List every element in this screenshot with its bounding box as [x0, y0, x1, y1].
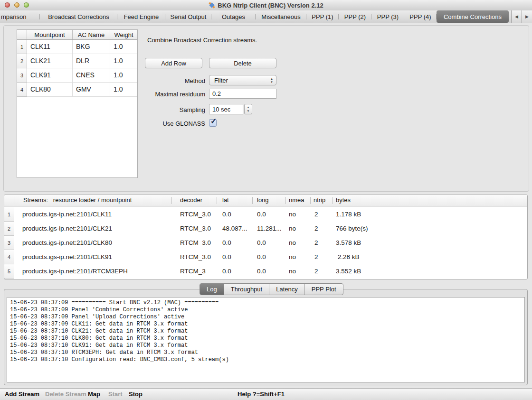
log-line: 15-06-23 08:37:09 CLK11: Get data in RTC… — [10, 321, 522, 328]
cell-ac-name[interactable]: BKG — [73, 40, 110, 54]
sampling-input[interactable]: 10 sec — [209, 104, 243, 114]
cell-long: 11.281... — [257, 222, 282, 236]
use-glonass-checkbox[interactable]: ✓ — [209, 119, 217, 127]
use-glonass-label: Use GLONASS — [119, 120, 205, 127]
col-header-nmea[interactable]: nmea — [289, 195, 304, 205]
cell-ac-name[interactable]: CNES — [73, 68, 110, 83]
row-number: 2 — [17, 54, 27, 68]
cell-bytes: 1.178 kB — [336, 207, 361, 222]
cell-bytes: 3.552 kB — [336, 264, 361, 279]
tab-ppp-4[interactable]: PPP (4) — [404, 10, 437, 23]
cell-weight[interactable]: 1.0 — [110, 40, 137, 54]
sampling-label: Sampling — [119, 106, 205, 113]
row-number: 3 — [17, 68, 27, 83]
tab-scroll-buttons: ◀ ▶ — [511, 10, 532, 23]
stream-row[interactable]: 4 products.igs-ip.net:2101/CLK91 RTCM_3.… — [4, 250, 527, 264]
cell-lat: 0.0 — [222, 250, 231, 264]
stream-row[interactable]: 2 products.igs-ip.net:2101/CLK21 RTCM_3.… — [4, 222, 527, 236]
sampling-stepper[interactable]: ▲ ▼ — [244, 104, 252, 114]
col-header-weight[interactable]: Weight — [110, 30, 137, 39]
cell-weight[interactable]: 1.0 — [110, 54, 137, 68]
tab-feed-engine[interactable]: Feed Engine — [117, 10, 165, 23]
cell-ntrip: 2 — [314, 236, 318, 250]
title-bar: BKG Ntrip Client (BNC) Version 2.12 — [0, 0, 532, 11]
checkmark-icon: ✓ — [210, 117, 217, 126]
tab-throughput[interactable]: Throughput — [224, 284, 269, 295]
cell-source: products.igs-ip.net:2101/CLK21 — [22, 222, 112, 236]
tab-miscellaneous[interactable]: Miscellaneous — [256, 10, 306, 23]
cell-mountpoint[interactable]: CLK21 — [27, 54, 73, 68]
row-number: 4 — [4, 250, 14, 264]
method-label: Method — [119, 77, 205, 84]
cell-nmea: no — [289, 236, 296, 250]
tab-combine-corrections[interactable]: Combine Corrections — [437, 10, 509, 23]
cell-nmea: no — [289, 207, 296, 222]
cell-decoder: RTCM_3.0 — [180, 250, 211, 264]
combination-table: Mountpoint AC Name Weight 1 CLK11 BKG 1.… — [17, 29, 138, 178]
delete-button[interactable]: Delete — [209, 58, 276, 68]
log-output[interactable]: 15-06-23 08:37:09 ========== Start BNC v… — [7, 297, 525, 382]
tab-log[interactable]: Log — [200, 284, 224, 295]
tab-scroll-right-icon[interactable]: ▶ — [522, 10, 532, 23]
tab-ppp-plot[interactable]: PPP Plot — [304, 284, 343, 295]
bottom-toolbar: Add Stream Delete Stream Map Start Stop … — [0, 388, 532, 400]
streams-table-header: Streams: resource loader / mountpoint de… — [4, 195, 527, 206]
cell-long: 0.0 — [257, 207, 266, 222]
col-header-bytes[interactable]: bytes — [336, 195, 351, 205]
stop-button[interactable]: Stop — [129, 389, 142, 400]
tab-latency[interactable]: Latency — [269, 284, 304, 295]
col-header-mountpoint[interactable]: Mountpoint — [27, 30, 73, 39]
zoom-button-icon[interactable] — [24, 2, 29, 8]
tab-outages[interactable]: Outages — [211, 10, 256, 23]
table-row[interactable]: 2 CLK21 DLR 1.0 — [17, 54, 137, 68]
cell-ac-name[interactable]: DLR — [73, 54, 110, 68]
cell-long: 0.0 — [257, 264, 266, 279]
cell-mountpoint[interactable]: CLK11 — [27, 40, 73, 54]
col-header-ac-name[interactable]: AC Name — [73, 30, 110, 39]
stepper-up-icon[interactable]: ▲ — [247, 106, 250, 109]
cell-decoder: RTCM_3.0 — [180, 236, 211, 250]
map-button[interactable]: Map — [88, 389, 100, 400]
maximal-residuum-input[interactable]: 0.2 — [209, 89, 276, 99]
cell-decoder: RTCM_3.0 — [180, 222, 211, 236]
tab-serial-output[interactable]: Serial Output — [165, 10, 211, 23]
tab-scroll-left-icon[interactable]: ◀ — [511, 10, 522, 23]
panel-description: Combine Broadcast Correction streams. — [147, 37, 257, 44]
cell-ntrip: 2 — [314, 250, 318, 264]
tab-ppp-2[interactable]: PPP (2) — [339, 10, 371, 23]
combination-table-header: Mountpoint AC Name Weight — [17, 30, 137, 40]
table-row[interactable]: 1 CLK11 BKG 1.0 — [17, 40, 137, 54]
cell-ntrip: 2 — [314, 222, 318, 236]
cell-source: products.igs-ip.net:2101/CLK91 — [22, 250, 112, 264]
log-line: 15-06-23 08:37:09 Panel 'Upload Correcti… — [10, 314, 522, 321]
cell-ntrip: 2 — [314, 207, 318, 222]
cell-nmea: no — [289, 250, 296, 264]
cell-mountpoint[interactable]: CLK80 — [27, 83, 73, 97]
tab-ppp-1[interactable]: PPP (1) — [306, 10, 339, 23]
col-header-lat[interactable]: lat — [222, 195, 229, 205]
close-button-icon[interactable] — [5, 2, 10, 8]
main-tab-bar: mparison Broadcast Corrections Feed Engi… — [0, 10, 532, 23]
cell-lat: 48.087... — [222, 222, 247, 236]
tab-comparison[interactable]: mparison — [0, 10, 40, 23]
stepper-down-icon[interactable]: ▼ — [247, 110, 250, 112]
col-header-decoder[interactable]: decoder — [180, 195, 202, 205]
stream-row[interactable]: 3 products.igs-ip.net:2101/CLK80 RTCM_3.… — [4, 236, 527, 250]
cell-ac-name[interactable]: GMV — [73, 83, 110, 97]
tab-ppp-3[interactable]: PPP (3) — [371, 10, 404, 23]
stream-row[interactable]: 1 products.igs-ip.net:2101/CLK11 RTCM_3.… — [4, 207, 527, 222]
cell-mountpoint[interactable]: CLK91 — [27, 68, 73, 83]
col-header-ntrip[interactable]: ntrip — [314, 195, 325, 205]
col-header-long[interactable]: long — [257, 195, 269, 205]
minimize-button-icon[interactable] — [14, 2, 19, 8]
cell-bytes: 766 byte(s) — [336, 222, 368, 236]
method-select[interactable]: Filter ▲▼ — [209, 75, 276, 85]
cell-lat: 0.0 — [222, 236, 231, 250]
add-row-button[interactable]: Add Row — [145, 58, 202, 68]
col-header-streams[interactable]: Streams: resource loader / mountpoint — [23, 195, 132, 205]
add-stream-button[interactable]: Add Stream — [5, 389, 39, 400]
stream-row[interactable]: 5 products.igs-ip.net:2101/RTCM3EPH RTCM… — [4, 264, 527, 279]
tab-broadcast-corrections[interactable]: Broadcast Corrections — [40, 10, 117, 23]
cell-source: products.igs-ip.net:2101/CLK11 — [22, 207, 112, 222]
cell-nmea: no — [289, 264, 296, 279]
